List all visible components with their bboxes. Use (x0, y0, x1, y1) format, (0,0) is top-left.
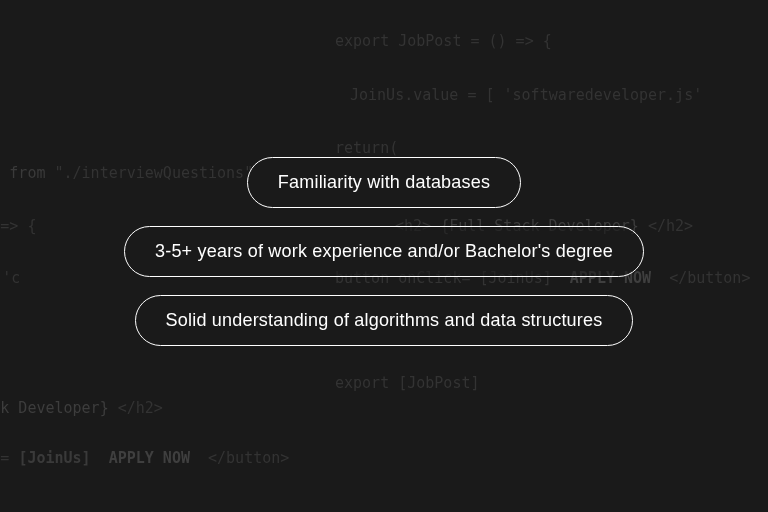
pill-experience: 3-5+ years of work experience and/or Bac… (124, 226, 644, 277)
pill-databases: Familiarity with databases (247, 157, 521, 208)
requirements-pills: Familiarity with databases 3-5+ years of… (0, 0, 768, 512)
pill-algorithms: Solid understanding of algorithms and da… (135, 295, 634, 346)
